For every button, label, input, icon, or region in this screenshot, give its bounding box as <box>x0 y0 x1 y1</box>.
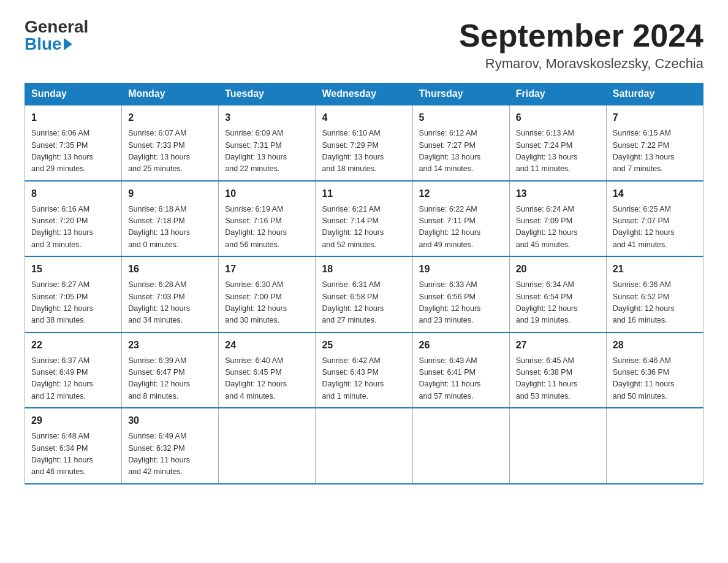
day-info: Sunrise: 6:06 AMSunset: 7:35 PMDaylight:… <box>31 128 115 175</box>
day-info: Sunrise: 6:48 AMSunset: 6:34 PMDaylight:… <box>31 431 115 478</box>
day-number: 20 <box>516 262 600 277</box>
day-number: 18 <box>322 262 406 277</box>
calendar-cell: 20Sunrise: 6:34 AMSunset: 6:54 PMDayligh… <box>509 256 606 332</box>
location-subtitle: Rymarov, Moravskoslezsky, Czechia <box>459 56 703 72</box>
calendar-cell: 19Sunrise: 6:33 AMSunset: 6:56 PMDayligh… <box>412 256 509 332</box>
day-number: 16 <box>128 262 212 277</box>
day-number: 12 <box>419 186 503 201</box>
calendar-cell: 30Sunrise: 6:49 AMSunset: 6:32 PMDayligh… <box>122 408 219 484</box>
day-number: 7 <box>613 110 697 125</box>
week-row-2: 8Sunrise: 6:16 AMSunset: 7:20 PMDaylight… <box>25 181 703 257</box>
day-info: Sunrise: 6:12 AMSunset: 7:27 PMDaylight:… <box>419 128 503 175</box>
calendar-cell: 17Sunrise: 6:30 AMSunset: 7:00 PMDayligh… <box>219 256 316 332</box>
day-info: Sunrise: 6:19 AMSunset: 7:16 PMDaylight:… <box>225 204 309 251</box>
weekday-header-sunday: Sunday <box>25 83 122 105</box>
calendar-cell: 26Sunrise: 6:43 AMSunset: 6:41 PMDayligh… <box>412 332 509 408</box>
calendar-cell: 2Sunrise: 6:07 AMSunset: 7:33 PMDaylight… <box>122 105 219 181</box>
calendar-cell: 27Sunrise: 6:45 AMSunset: 6:38 PMDayligh… <box>509 332 606 408</box>
day-number: 9 <box>128 186 212 201</box>
day-info: Sunrise: 6:31 AMSunset: 6:58 PMDaylight:… <box>322 279 406 327</box>
calendar-cell: 28Sunrise: 6:46 AMSunset: 6:36 PMDayligh… <box>606 332 703 408</box>
calendar-cell: 9Sunrise: 6:18 AMSunset: 7:18 PMDaylight… <box>122 181 219 257</box>
day-info: Sunrise: 6:07 AMSunset: 7:33 PMDaylight:… <box>128 128 212 175</box>
day-number: 3 <box>225 110 309 125</box>
day-number: 28 <box>613 338 697 353</box>
day-info: Sunrise: 6:36 AMSunset: 6:52 PMDaylight:… <box>613 279 697 327</box>
day-number: 5 <box>419 110 503 125</box>
calendar-cell <box>412 408 509 484</box>
day-number: 25 <box>322 338 406 353</box>
logo: General Blue <box>25 18 88 53</box>
calendar-cell: 11Sunrise: 6:21 AMSunset: 7:14 PMDayligh… <box>316 181 412 257</box>
day-number: 19 <box>419 262 503 277</box>
weekday-header-wednesday: Wednesday <box>316 83 412 105</box>
calendar-cell: 21Sunrise: 6:36 AMSunset: 6:52 PMDayligh… <box>606 256 703 332</box>
day-number: 26 <box>419 338 503 353</box>
day-info: Sunrise: 6:16 AMSunset: 7:20 PMDaylight:… <box>31 204 115 251</box>
day-info: Sunrise: 6:30 AMSunset: 7:00 PMDaylight:… <box>225 279 309 327</box>
calendar-cell: 24Sunrise: 6:40 AMSunset: 6:45 PMDayligh… <box>219 332 316 408</box>
title-block: September 2024 Rymarov, Moravskoslezsky,… <box>459 18 703 72</box>
calendar-cell: 6Sunrise: 6:13 AMSunset: 7:24 PMDaylight… <box>509 105 606 181</box>
logo-general-text: General <box>25 18 88 36</box>
weekday-header-monday: Monday <box>122 83 219 105</box>
calendar-cell: 29Sunrise: 6:48 AMSunset: 6:34 PMDayligh… <box>25 408 122 484</box>
day-number: 27 <box>516 338 600 353</box>
calendar-cell: 4Sunrise: 6:10 AMSunset: 7:29 PMDaylight… <box>316 105 412 181</box>
calendar-cell <box>316 408 412 484</box>
calendar-cell: 25Sunrise: 6:42 AMSunset: 6:43 PMDayligh… <box>316 332 412 408</box>
day-info: Sunrise: 6:34 AMSunset: 6:54 PMDaylight:… <box>516 279 600 327</box>
week-row-3: 15Sunrise: 6:27 AMSunset: 7:05 PMDayligh… <box>25 256 703 332</box>
day-info: Sunrise: 6:45 AMSunset: 6:38 PMDaylight:… <box>516 355 600 403</box>
calendar-cell: 22Sunrise: 6:37 AMSunset: 6:49 PMDayligh… <box>25 332 122 408</box>
calendar-cell <box>606 408 703 484</box>
day-info: Sunrise: 6:09 AMSunset: 7:31 PMDaylight:… <box>225 128 309 175</box>
calendar-cell: 3Sunrise: 6:09 AMSunset: 7:31 PMDaylight… <box>219 105 316 181</box>
weekday-header-row: SundayMondayTuesdayWednesdayThursdayFrid… <box>25 83 703 105</box>
calendar-cell: 10Sunrise: 6:19 AMSunset: 7:16 PMDayligh… <box>219 181 316 257</box>
day-number: 23 <box>128 338 212 353</box>
weekday-header-friday: Friday <box>509 83 606 105</box>
day-info: Sunrise: 6:33 AMSunset: 6:56 PMDaylight:… <box>419 279 503 327</box>
day-number: 17 <box>225 262 309 277</box>
calendar-table: SundayMondayTuesdayWednesdayThursdayFrid… <box>25 83 703 484</box>
day-number: 11 <box>322 186 406 201</box>
calendar-cell: 7Sunrise: 6:15 AMSunset: 7:22 PMDaylight… <box>606 105 703 181</box>
calendar-cell: 1Sunrise: 6:06 AMSunset: 7:35 PMDaylight… <box>25 105 122 181</box>
day-info: Sunrise: 6:24 AMSunset: 7:09 PMDaylight:… <box>516 204 600 251</box>
day-number: 14 <box>613 186 697 201</box>
calendar-cell: 12Sunrise: 6:22 AMSunset: 7:11 PMDayligh… <box>412 181 509 257</box>
day-info: Sunrise: 6:13 AMSunset: 7:24 PMDaylight:… <box>516 128 600 175</box>
day-number: 6 <box>516 110 600 125</box>
calendar-cell: 15Sunrise: 6:27 AMSunset: 7:05 PMDayligh… <box>25 256 122 332</box>
day-number: 15 <box>31 262 115 277</box>
day-info: Sunrise: 6:37 AMSunset: 6:49 PMDaylight:… <box>31 355 115 403</box>
day-info: Sunrise: 6:21 AMSunset: 7:14 PMDaylight:… <box>322 204 406 251</box>
weekday-header-thursday: Thursday <box>412 83 509 105</box>
calendar-cell: 23Sunrise: 6:39 AMSunset: 6:47 PMDayligh… <box>122 332 219 408</box>
day-info: Sunrise: 6:42 AMSunset: 6:43 PMDaylight:… <box>322 355 406 403</box>
calendar-cell <box>509 408 606 484</box>
day-number: 2 <box>128 110 212 125</box>
day-number: 24 <box>225 338 309 353</box>
logo-blue-text: Blue <box>25 36 72 53</box>
day-number: 1 <box>31 110 115 125</box>
day-info: Sunrise: 6:39 AMSunset: 6:47 PMDaylight:… <box>128 355 212 403</box>
week-row-1: 1Sunrise: 6:06 AMSunset: 7:35 PMDaylight… <box>25 105 703 181</box>
logo-arrow-icon <box>64 38 72 50</box>
page-header: General Blue September 2024 Rymarov, Mor… <box>25 18 703 72</box>
day-number: 13 <box>516 186 600 201</box>
day-info: Sunrise: 6:49 AMSunset: 6:32 PMDaylight:… <box>128 431 212 478</box>
calendar-cell: 16Sunrise: 6:28 AMSunset: 7:03 PMDayligh… <box>122 256 219 332</box>
day-number: 4 <box>322 110 406 125</box>
day-number: 8 <box>31 186 115 201</box>
day-info: Sunrise: 6:10 AMSunset: 7:29 PMDaylight:… <box>322 128 406 175</box>
weekday-header-saturday: Saturday <box>606 83 703 105</box>
calendar-cell: 5Sunrise: 6:12 AMSunset: 7:27 PMDaylight… <box>412 105 509 181</box>
day-info: Sunrise: 6:46 AMSunset: 6:36 PMDaylight:… <box>613 355 697 403</box>
calendar-cell <box>219 408 316 484</box>
day-info: Sunrise: 6:18 AMSunset: 7:18 PMDaylight:… <box>128 204 212 251</box>
day-info: Sunrise: 6:15 AMSunset: 7:22 PMDaylight:… <box>613 128 697 175</box>
calendar-cell: 8Sunrise: 6:16 AMSunset: 7:20 PMDaylight… <box>25 181 122 257</box>
week-row-5: 29Sunrise: 6:48 AMSunset: 6:34 PMDayligh… <box>25 408 703 484</box>
